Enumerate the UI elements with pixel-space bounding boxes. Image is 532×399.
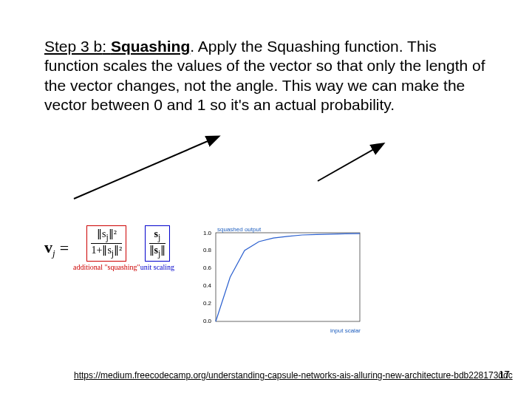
arrow-short <box>310 137 392 188</box>
source-link[interactable]: https://medium.freecodecamp.org/understa… <box>74 370 513 381</box>
arrow-long <box>66 131 229 205</box>
svg-line-1 <box>318 144 383 181</box>
svg-rect-2 <box>216 233 360 321</box>
unit-scaling-term: sj ‖sj‖ <box>145 225 171 262</box>
squashing-plot: 0.0 0.2 0.4 0.6 0.8 1.0 squashed output … <box>189 225 374 344</box>
svg-line-0 <box>74 137 218 199</box>
vector-arrows-diagram <box>44 123 488 212</box>
svg-text:1.0: 1.0 <box>203 230 212 236</box>
equals-sign: = <box>60 239 69 258</box>
svg-text:0.2: 0.2 <box>203 300 212 307</box>
plot-curve <box>216 233 360 321</box>
step-label: Step 3 b: Squashing <box>44 38 190 55</box>
squashing-term: ‖sj‖² 1+‖sj‖² <box>86 225 126 262</box>
plot-xlabel: input scalar <box>330 327 361 334</box>
squashing-formula: vj = ‖sj‖² 1+‖sj‖² additional "squashing… <box>44 225 174 271</box>
page-number: 17 <box>498 369 510 381</box>
caption-squashing: additional "squashing" <box>73 263 140 271</box>
plot-ylabel: squashed output <box>217 226 262 233</box>
svg-text:0.6: 0.6 <box>203 265 212 271</box>
svg-text:0.8: 0.8 <box>203 247 212 253</box>
svg-text:0.4: 0.4 <box>203 282 212 289</box>
body-paragraph: Step 3 b: Squashing. Apply the Squashing… <box>44 37 488 115</box>
svg-text:0.0: 0.0 <box>203 318 212 324</box>
caption-unit-scaling: unit scaling <box>140 263 174 271</box>
v-j: vj <box>44 238 55 259</box>
